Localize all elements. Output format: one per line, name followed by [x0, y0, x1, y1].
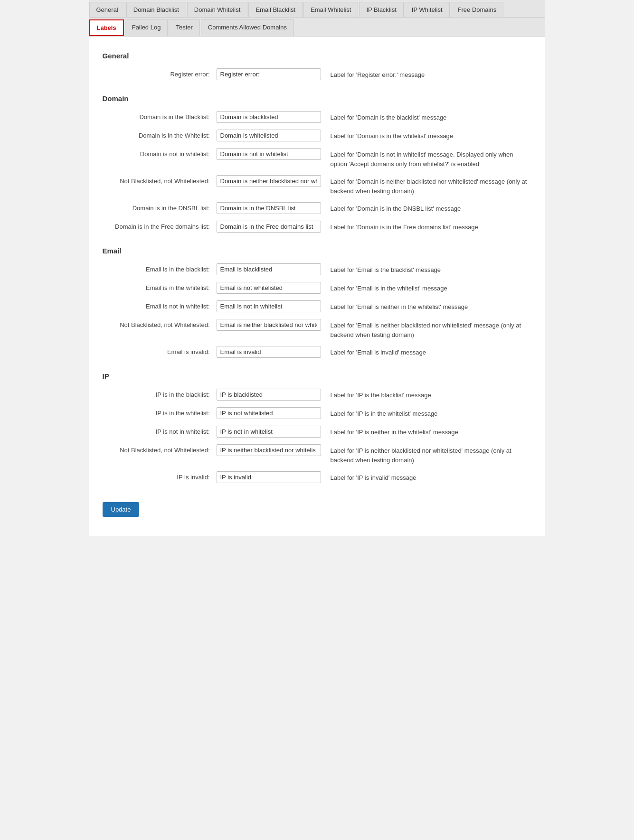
field-input[interactable] [217, 263, 321, 275]
field-input-wrap [217, 202, 321, 214]
tab-tester[interactable]: Tester [169, 19, 199, 36]
field-input[interactable] [217, 407, 321, 419]
field-input[interactable] [217, 300, 321, 312]
field-hint: Label for 'Email is the blacklist' messa… [321, 263, 532, 275]
tab-failed-log[interactable]: Failed Log [125, 19, 168, 36]
tab-comments-allowed[interactable]: Comments Allowed Domains [201, 19, 294, 36]
field-input-wrap [217, 346, 321, 358]
form-row: Domain is in the Free domains list:Label… [103, 221, 532, 233]
field-label: Domain is not in whitelist: [103, 148, 217, 158]
section-general-heading: General [103, 52, 532, 60]
field-input[interactable] [217, 426, 321, 438]
tab-ip-whitelist[interactable]: IP Whitelist [405, 2, 450, 17]
tab-email-whitelist[interactable]: Email Whitelist [303, 2, 358, 17]
field-label: IP is in the whitelist: [103, 407, 217, 417]
section-ip-heading: IP [103, 372, 532, 380]
main-container: GeneralDomain BlacklistDomain WhitelistE… [89, 0, 545, 536]
field-hint: Label for 'IP is in the whitelist' messa… [321, 407, 532, 419]
field-input[interactable] [217, 319, 321, 331]
field-input-wrap [217, 221, 321, 233]
field-label: Email is invalid: [103, 346, 217, 355]
general-fields: Register error:Label for 'Register error… [103, 68, 532, 80]
field-hint: Label for 'Register error:' message [321, 68, 532, 80]
field-label: Domain is in the Free domains list: [103, 221, 217, 230]
field-hint: Label for 'Domain is not in whitelist' m… [321, 148, 532, 168]
tab-email-blacklist[interactable]: Email Blacklist [248, 2, 303, 17]
field-input[interactable] [217, 221, 321, 233]
form-row: Email is in the whitelist:Label for 'Ema… [103, 282, 532, 294]
field-hint: Label for 'IP is neither blacklisted nor… [321, 444, 532, 465]
form-row: Domain is in the DNSBL list:Label for 'D… [103, 202, 532, 214]
field-label: Email is not in whitelist: [103, 300, 217, 310]
field-input-wrap [217, 263, 321, 275]
field-label: Domain is in the Blacklist: [103, 111, 217, 121]
form-row: Not Blacklisted, not Whiteliested:Label … [103, 444, 532, 465]
field-input-wrap [217, 426, 321, 438]
form-row: IP is in the blacklist:Label for 'IP is … [103, 389, 532, 401]
email-fields: Email is in the blacklist:Label for 'Ema… [103, 263, 532, 358]
tab-general[interactable]: General [89, 2, 125, 17]
field-input[interactable] [217, 68, 321, 80]
update-button[interactable]: Update [103, 502, 140, 517]
form-row: Domain is in the Whitelist:Label for 'Do… [103, 130, 532, 141]
field-input[interactable] [217, 130, 321, 141]
field-label: Domain is in the Whitelist: [103, 130, 217, 139]
field-label: Not Blacklisted, not Whiteliested: [103, 175, 217, 185]
field-input-wrap [217, 300, 321, 312]
field-input[interactable] [217, 389, 321, 401]
field-input-wrap [217, 389, 321, 401]
tab-row-1: GeneralDomain BlacklistDomain WhitelistE… [89, 0, 545, 18]
domain-fields: Domain is in the Blacklist:Label for 'Do… [103, 111, 532, 233]
field-label: IP is in the blacklist: [103, 389, 217, 398]
form-row: IP is not in whitelist:Label for 'IP is … [103, 426, 532, 438]
field-input-wrap [217, 68, 321, 80]
field-hint: Label for 'Email is neither in the white… [321, 300, 532, 312]
tab-free-domains[interactable]: Free Domains [451, 2, 504, 17]
field-hint: Label for 'IP is neither in the whitelis… [321, 426, 532, 437]
field-input-wrap [217, 407, 321, 419]
field-hint: Label for 'Email is neither blacklisted … [321, 319, 532, 339]
form-row: Domain is not in whitelist:Label for 'Do… [103, 148, 532, 168]
field-label: Not Blacklisted, not Whiteliested: [103, 319, 217, 328]
section-email: Email Email is in the blacklist:Label fo… [103, 247, 532, 358]
field-hint: Label for 'Domain is in the whitelist' m… [321, 130, 532, 141]
section-ip: IP IP is in the blacklist:Label for 'IP … [103, 372, 532, 483]
field-input[interactable] [217, 175, 321, 187]
section-email-heading: Email [103, 247, 532, 255]
field-hint: Label for 'IP is invalid' message [321, 471, 532, 483]
field-hint: Label for 'Email is in the whitelist' me… [321, 282, 532, 293]
field-input[interactable] [217, 282, 321, 294]
field-hint: Label for 'Domain is the blacklist' mess… [321, 111, 532, 122]
field-hint: Label for 'Email is invalid' message [321, 346, 532, 357]
field-label: Domain is in the DNSBL list: [103, 202, 217, 212]
form-row: IP is invalid:Label for 'IP is invalid' … [103, 471, 532, 483]
field-input[interactable] [217, 111, 321, 123]
form-row: Domain is in the Blacklist:Label for 'Do… [103, 111, 532, 123]
field-hint: Label for 'Domain is in the DNSBL list' … [321, 202, 532, 214]
field-hint: Label for 'IP is the blacklist' message [321, 389, 532, 400]
content-area: General Register error:Label for 'Regist… [89, 37, 545, 536]
field-label: Not Blacklisted, not Whiteliested: [103, 444, 217, 454]
field-input[interactable] [217, 202, 321, 214]
field-input-wrap [217, 444, 321, 456]
field-input-wrap [217, 471, 321, 483]
field-input[interactable] [217, 148, 321, 160]
field-input[interactable] [217, 444, 321, 456]
section-general: General Register error:Label for 'Regist… [103, 52, 532, 80]
form-row: IP is in the whitelist:Label for 'IP is … [103, 407, 532, 419]
field-label: IP is not in whitelist: [103, 426, 217, 435]
tab-ip-blacklist[interactable]: IP Blacklist [359, 2, 403, 17]
field-input[interactable] [217, 471, 321, 483]
field-label: Email is in the whitelist: [103, 282, 217, 291]
field-label: IP is invalid: [103, 471, 217, 481]
form-row: Email is not in whitelist:Label for 'Ema… [103, 300, 532, 312]
field-input[interactable] [217, 346, 321, 358]
tab-domain-blacklist[interactable]: Domain Blacklist [126, 2, 186, 17]
form-row: Email is in the blacklist:Label for 'Ema… [103, 263, 532, 275]
tab-labels[interactable]: Labels [89, 19, 124, 36]
field-input-wrap [217, 130, 321, 141]
ip-fields: IP is in the blacklist:Label for 'IP is … [103, 389, 532, 483]
field-input-wrap [217, 282, 321, 294]
field-hint: Label for 'Domain is in the Free domains… [321, 221, 532, 232]
tab-domain-whitelist[interactable]: Domain Whitelist [187, 2, 248, 17]
